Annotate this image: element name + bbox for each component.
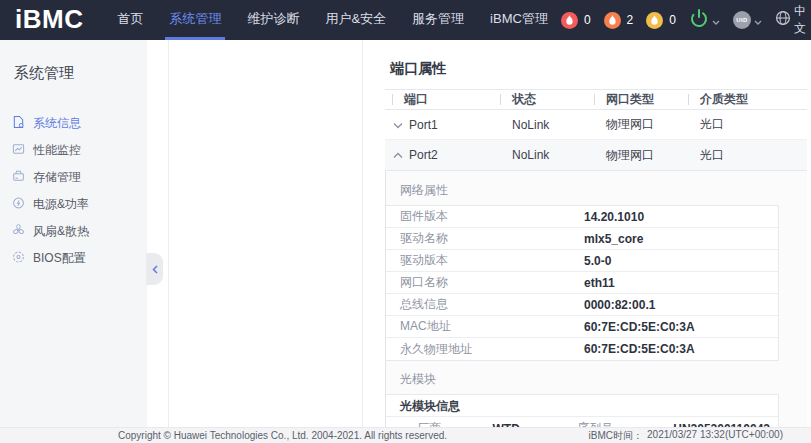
- language-selector[interactable]: 中文: [775, 3, 811, 37]
- header-right-cluster: 0 2 0 UID: [561, 3, 811, 37]
- media-type: 光口: [688, 116, 807, 133]
- property-row: 驱动版本 5.0-0: [386, 250, 778, 272]
- media-type: 光口: [688, 147, 807, 164]
- property-row: 永久物理地址 60:7E:CD:5E:C0:3A: [386, 338, 778, 360]
- alarm-minor-indicator[interactable]: 0: [646, 12, 676, 29]
- main-content: 端口属性 端口 状态 网口类型 介质类型 Port1 NoLink 物理网口 光…: [385, 40, 807, 427]
- table-row-port2[interactable]: Port2 NoLink 物理网口 光口: [385, 140, 807, 170]
- footer: Copyright © Huawei Technologies Co., Ltd…: [0, 427, 811, 443]
- sidebar-item-bios[interactable]: BIOS配置: [0, 245, 147, 272]
- property-value: 14.20.1010: [584, 210, 644, 224]
- sidebar-item-label: 性能监控: [33, 142, 81, 159]
- sidebar-item-fan[interactable]: 风扇&散热: [0, 218, 147, 245]
- sidebar-item-label: BIOS配置: [33, 250, 86, 267]
- minor-alarm-count: 0: [669, 13, 676, 27]
- port-table-header: 端口 状态 网口类型 介质类型: [385, 89, 807, 110]
- property-row: 固件版本 14.20.1010: [386, 206, 778, 228]
- sidebar-item-performance[interactable]: 性能监控: [0, 137, 147, 164]
- chevron-up-icon[interactable]: [392, 148, 409, 162]
- sidebar-title: 系统管理: [14, 64, 147, 83]
- chevron-down-icon[interactable]: [392, 118, 409, 132]
- power-control-dropdown[interactable]: [689, 8, 720, 32]
- nav-item-user-security[interactable]: 用户&安全: [312, 0, 399, 40]
- critical-alarm-icon: [561, 12, 578, 29]
- uid-control-dropdown[interactable]: UID: [733, 11, 762, 29]
- port-name: Port1: [409, 118, 438, 132]
- vendor-label: 厂商: [386, 420, 493, 427]
- major-alarm-count: 2: [627, 13, 634, 27]
- main-nav: 首页 系统管理 维护诊断 用户&安全 服务管理 iBMC管理: [104, 0, 560, 40]
- column-header-port-type: 网口类型: [594, 91, 688, 108]
- chevron-down-icon: [754, 11, 762, 29]
- property-label: 驱动名称: [386, 230, 584, 247]
- property-value: 60:7E:CD:5E:C0:3A: [584, 342, 695, 356]
- sidebar-item-storage[interactable]: 存储管理: [0, 164, 147, 191]
- optical-section-title: 光模块: [400, 371, 779, 388]
- property-value: 5.0-0: [584, 254, 611, 268]
- nav-item-system-management[interactable]: 系统管理: [156, 0, 234, 40]
- property-label: 永久物理地址: [386, 341, 584, 358]
- alarm-major-indicator[interactable]: 2: [604, 12, 634, 29]
- property-value: 60:7E:CD:5E:C0:3A: [584, 320, 695, 334]
- top-header: iBMC 首页 系统管理 维护诊断 用户&安全 服务管理 iBMC管理 0 2 …: [0, 0, 811, 40]
- nav-item-maintenance-diagnosis[interactable]: 维护诊断: [234, 0, 312, 40]
- property-row: 网口名称 eth11: [386, 272, 778, 294]
- optical-table-header: 光模块信息: [386, 395, 778, 417]
- property-label: 驱动版本: [386, 252, 584, 269]
- major-alarm-icon: [604, 12, 621, 29]
- column-header-status: 状态: [500, 91, 594, 108]
- port-type: 物理网口: [594, 147, 688, 164]
- network-properties-table: 固件版本 14.20.1010 驱动名称 mlx5_core 驱动版本 5.0-…: [386, 205, 779, 361]
- power-icon: [689, 8, 709, 32]
- bios-icon: [12, 250, 25, 267]
- property-row: MAC地址 60:7E:CD:5E:C0:3A: [386, 316, 778, 338]
- power-supply-icon: [12, 196, 25, 213]
- nav-item-home[interactable]: 首页: [104, 0, 156, 40]
- port-status: NoLink: [500, 118, 594, 132]
- ibmc-time-value: 2021/03/27 13:32(UTC+00:00): [647, 429, 783, 443]
- ibmc-time-label: iBMC时间：: [589, 429, 643, 443]
- globe-icon: [775, 10, 791, 30]
- sidebar-collapse-button[interactable]: [146, 253, 163, 285]
- property-row: 驱动名称 mlx5_core: [386, 228, 778, 250]
- critical-alarm-count: 0: [584, 13, 591, 27]
- property-value: 0000:82:00.1: [584, 298, 655, 312]
- minor-alarm-icon: [646, 12, 663, 29]
- property-value: eth11: [584, 276, 615, 290]
- ibmc-time: iBMC时间： 2021/03/27 13:32(UTC+00:00): [589, 429, 783, 443]
- sidebar-item-system-info[interactable]: 系统信息: [0, 110, 147, 137]
- port2-expanded-panel: 网络属性 固件版本 14.20.1010 驱动名称 mlx5_core 驱动版本…: [385, 170, 807, 427]
- optical-module-table: 光模块信息 厂商 WTD 序列号 HN205200110043: [386, 394, 779, 427]
- sidebar: 系统管理 系统信息 性能监控: [0, 40, 147, 427]
- property-label: MAC地址: [386, 318, 584, 335]
- serial-label: 序列号: [577, 420, 673, 427]
- nav-item-service-management[interactable]: 服务管理: [399, 0, 477, 40]
- port-type: 物理网口: [594, 116, 688, 133]
- port-status: NoLink: [500, 148, 594, 162]
- column-header-media-type: 介质类型: [688, 91, 807, 108]
- system-info-icon: [12, 115, 25, 132]
- language-label: 中文: [794, 3, 811, 37]
- fan-icon: [12, 223, 25, 240]
- page-title: 端口属性: [390, 60, 807, 78]
- panel-divider: [362, 40, 363, 427]
- alarm-critical-indicator[interactable]: 0: [561, 12, 591, 29]
- sidebar-item-label: 系统信息: [33, 115, 81, 132]
- sidebar-item-power[interactable]: 电源&功率: [0, 191, 147, 218]
- sidebar-item-label: 风扇&散热: [33, 223, 89, 240]
- sidebar-item-label: 存储管理: [33, 169, 81, 186]
- storage-icon: [12, 169, 25, 186]
- property-value: mlx5_core: [584, 232, 643, 246]
- port-name: Port2: [409, 148, 438, 162]
- sidebar-item-label: 电源&功率: [33, 196, 89, 213]
- property-label: 网口名称: [386, 274, 584, 291]
- performance-icon: [12, 142, 25, 159]
- ibmc-logo[interactable]: iBMC: [0, 4, 104, 37]
- copyright-text: Copyright © Huawei Technologies Co., Ltd…: [118, 430, 447, 441]
- property-label: 固件版本: [386, 208, 584, 225]
- panel-divider: [168, 40, 169, 427]
- chevron-left-icon: [152, 260, 158, 278]
- nav-item-ibmc-management[interactable]: iBMC管理: [477, 0, 561, 40]
- table-row-port1[interactable]: Port1 NoLink 物理网口 光口: [385, 110, 807, 140]
- uid-icon: UID: [733, 11, 751, 29]
